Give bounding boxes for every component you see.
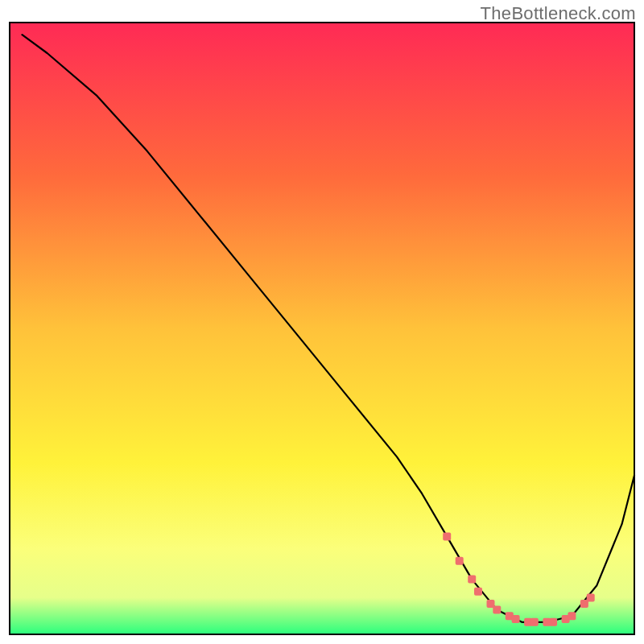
optimal-zone-marker-point	[443, 532, 451, 540]
chart-svg	[0, 0, 644, 644]
chart-stage: TheBottleneck.com	[0, 0, 644, 644]
optimal-zone-marker-point	[568, 612, 576, 620]
optimal-zone-marker-point	[512, 615, 520, 623]
optimal-zone-marker-point	[456, 557, 464, 565]
optimal-zone-marker-point	[530, 618, 539, 626]
plot-background	[10, 23, 634, 634]
optimal-zone-marker-point	[474, 588, 482, 596]
optimal-zone-marker-point	[587, 593, 595, 601]
watermark-text: TheBottleneck.com	[481, 3, 636, 24]
optimal-zone-marker-point	[493, 606, 501, 614]
optimal-zone-marker-point	[468, 576, 476, 584]
optimal-zone-marker-point	[549, 618, 557, 626]
